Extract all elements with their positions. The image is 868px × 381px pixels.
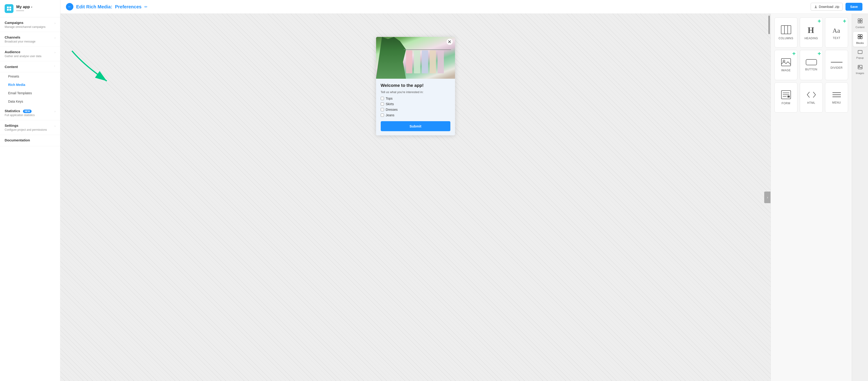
text-label: TEXT [833, 36, 840, 40]
block-divider[interactable]: DIVIDER [825, 50, 848, 80]
sidebar-item-settings[interactable]: Settings Configure project and permissio… [0, 120, 60, 135]
html-label: HTML [807, 101, 815, 104]
svg-rect-25 [860, 21, 862, 23]
chevron-down-icon[interactable]: ▾ [31, 6, 32, 8]
campaigns-sub: Manage omnichannel campaigns [5, 25, 55, 29]
svg-rect-28 [858, 37, 860, 39]
block-heading[interactable]: ✛ H HEADING [800, 18, 823, 47]
app-subtitle: •••••••• [16, 9, 32, 12]
checkbox-skirts-input[interactable] [381, 102, 384, 106]
campaigns-title: Campaigns [5, 21, 55, 25]
tab-content[interactable]: Content [853, 16, 867, 31]
content-chevron: ˅ [54, 65, 56, 69]
sidebar-nav: Campaigns Manage omnichannel campaigns ›… [0, 18, 60, 381]
checkbox-skirts[interactable]: Skirts [381, 102, 451, 106]
channels-arrow: › [55, 36, 56, 39]
checkbox-dresses[interactable]: Dresses [381, 108, 451, 112]
tab-blocks[interactable]: Blocks [853, 32, 867, 47]
image-label: IMAGE [781, 69, 791, 72]
sidebar-item-email-templates[interactable]: Email Templates [0, 89, 60, 97]
images-tab-label: Images [856, 72, 864, 74]
download-button[interactable]: Download .zip [811, 3, 843, 11]
columns-label: COLUMNS [779, 37, 794, 40]
canvas-toggle-button[interactable]: › [764, 192, 771, 203]
sidebar-item-presets[interactable]: Presets [0, 72, 60, 81]
svg-rect-0 [7, 6, 9, 8]
divider-label: DIVIDER [830, 66, 842, 69]
block-columns[interactable]: COLUMNS [774, 18, 798, 47]
content-title: Content [5, 65, 54, 69]
svg-rect-30 [858, 51, 862, 54]
content-sub-items: Presets Rich Media Email Templates Data … [0, 72, 60, 106]
sidebar-item-content[interactable]: Content ˅ [0, 61, 60, 72]
svg-text:H: H [808, 26, 814, 34]
svg-rect-22 [858, 19, 860, 21]
back-button[interactable]: ← [66, 3, 73, 10]
block-text[interactable]: ✛ Aa TEXT [825, 18, 848, 47]
menu-label: MENU [832, 101, 841, 104]
sidebar-item-rich-media[interactable]: Rich Media [0, 81, 60, 89]
svg-rect-1 [9, 6, 11, 8]
block-button[interactable]: ✛ BUTTON [800, 50, 823, 80]
sidebar-item-audience[interactable]: Audience Gather and analyse user data › [0, 47, 60, 61]
sidebar-item-channels[interactable]: Channels Broadcast your message › [0, 32, 60, 47]
svg-text:Aa: Aa [833, 27, 840, 34]
image-icon [781, 58, 791, 66]
checkbox-tops[interactable]: Tops [381, 97, 451, 100]
topbar: ← Edit Rich Media: Preferences ✏ Downloa… [60, 0, 868, 14]
edit-icon[interactable]: ✏ [145, 5, 147, 9]
save-button[interactable]: Save [845, 3, 862, 11]
tab-popup[interactable]: Popup [853, 47, 867, 62]
modal-close-button[interactable]: ✕ [447, 39, 453, 45]
app-name: My app [16, 5, 30, 9]
campaigns-arrow: › [55, 21, 56, 25]
app-icon [5, 4, 13, 13]
settings-sub: Configure project and permissions [5, 128, 55, 131]
main-area: ← Edit Rich Media: Preferences ✏ Downloa… [60, 0, 868, 381]
checkbox-jeans-input[interactable] [381, 114, 384, 117]
submit-button[interactable]: Submit [381, 121, 451, 131]
statistics-arrow: › [55, 109, 56, 113]
right-panel: COLUMNS ✛ H HEADING ✛ [771, 14, 868, 381]
svg-rect-5 [781, 26, 791, 34]
popup-tab-icon [858, 50, 863, 55]
block-image[interactable]: ✛ IMAGE [774, 50, 798, 80]
sidebar: My app ▾ •••••••• Campaigns Manage omnic… [0, 0, 60, 381]
sidebar-item-campaigns[interactable]: Campaigns Manage omnichannel campaigns › [0, 18, 60, 32]
checkbox-jeans[interactable]: Jeans [381, 113, 451, 117]
svg-rect-10 [781, 59, 791, 66]
annotation-arrow [65, 46, 121, 93]
checkbox-dresses-input[interactable] [381, 108, 384, 111]
statistics-badge: NEW [23, 109, 32, 113]
documentation-title: Documentation [5, 138, 56, 142]
button-plus-icon: ✛ [817, 52, 820, 56]
page-name: Preferences [115, 4, 142, 9]
page-title: Edit Rich Media: Preferences [76, 4, 142, 9]
blocks-grid: COLUMNS ✛ H HEADING ✛ [771, 14, 852, 381]
tab-images[interactable]: Images [853, 62, 867, 77]
svg-rect-26 [858, 35, 860, 36]
sidebar-item-statistics[interactable]: Statistics NEW Full application statisti… [0, 106, 60, 120]
images-tab-icon [858, 65, 863, 71]
canvas-scrollbar-vertical[interactable] [768, 15, 770, 34]
block-form[interactable]: FORM [774, 83, 798, 113]
checkbox-tops-input[interactable] [381, 97, 384, 100]
blocks-tab-icon [858, 34, 863, 40]
menu-icon [832, 91, 842, 99]
settings-title: Settings [5, 124, 55, 127]
sidebar-item-documentation[interactable]: Documentation [0, 135, 60, 146]
block-menu[interactable]: MENU [825, 83, 848, 113]
form-label: FORM [782, 102, 790, 105]
canvas[interactable]: ✕ Welcome to the app! Tell us what you'r… [60, 14, 771, 381]
form-icon [781, 90, 791, 99]
svg-rect-23 [860, 19, 862, 21]
channels-sub: Broadcast your message [5, 40, 55, 43]
svg-rect-24 [858, 21, 860, 23]
svg-rect-3 [9, 9, 11, 11]
audience-title: Audience [5, 50, 55, 54]
app-name-wrap: My app ▾ •••••••• [16, 5, 32, 12]
audience-arrow: › [55, 51, 56, 54]
heading-label: HEADING [804, 37, 818, 40]
sidebar-item-data-keys[interactable]: Data Keys [0, 97, 60, 106]
block-html[interactable]: HTML [800, 83, 823, 113]
